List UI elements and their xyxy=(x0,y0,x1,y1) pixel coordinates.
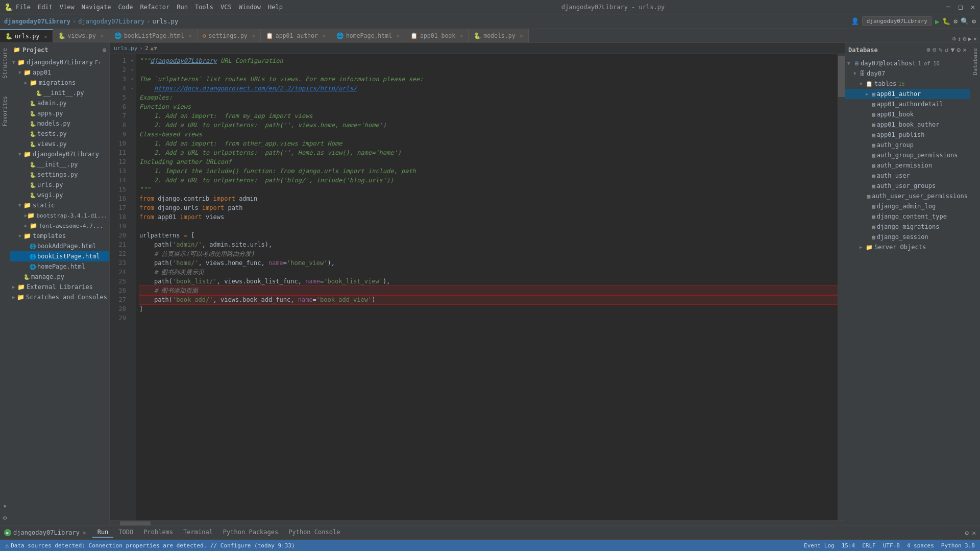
minimap-thumb[interactable] xyxy=(838,56,845,97)
tree-init-dj[interactable]: 🐍 __init__.py xyxy=(10,159,109,170)
breadcrumb-file[interactable]: urls.py xyxy=(153,18,179,25)
menu-tools[interactable]: Tools xyxy=(195,4,213,11)
tree-extlibs[interactable]: ▶ 📁 External Libraries xyxy=(10,282,109,292)
tab-settings-py[interactable]: ⚙ settings.py ✕ xyxy=(198,29,261,42)
ed-bread1[interactable]: urls.py xyxy=(114,45,137,52)
tree-tests[interactable]: 🐍 tests.py xyxy=(10,129,109,139)
tree-static[interactable]: ▼ 📁 static xyxy=(10,200,109,210)
db-tool-icon1[interactable]: ⊕ xyxy=(952,35,956,42)
run-tab-run[interactable]: Run xyxy=(92,528,114,538)
db-tool-more[interactable]: ✕ xyxy=(963,46,967,54)
breadcrumb-dir[interactable]: djangoday07Library xyxy=(78,18,144,25)
menu-vcs[interactable]: VCS xyxy=(220,4,232,11)
nav-search-icon[interactable]: 🔍 xyxy=(961,17,969,25)
nav-more-icon[interactable]: ⚙ xyxy=(972,17,976,25)
db-auth-user-user-perms[interactable]: ▦ auth_user_user_permissions xyxy=(845,191,970,201)
tree-homepage[interactable]: 🌐 homePage.html xyxy=(10,261,109,272)
profile-icon[interactable]: 👤 xyxy=(851,17,859,25)
db-django-migrations[interactable]: ▦ django_migrations xyxy=(845,222,970,232)
hscroll-thumb[interactable] xyxy=(120,521,151,525)
tree-app01[interactable]: ▼ 📁 app01 xyxy=(10,67,109,78)
db-tool-minus[interactable]: ⊖ xyxy=(933,46,937,54)
tab-close[interactable]: ✕ xyxy=(189,33,192,39)
tree-templates[interactable]: ▼ 📁 templates xyxy=(10,231,109,241)
tree-urls[interactable]: 🐍 urls.py xyxy=(10,180,109,190)
menu-code[interactable]: Code xyxy=(118,4,133,11)
run-tab-packages[interactable]: Python Packages xyxy=(218,528,283,538)
db-tool-settings[interactable]: ⚙ xyxy=(957,46,961,54)
menu-help[interactable]: Help xyxy=(268,4,283,11)
nav-debug-icon[interactable]: 🐛 xyxy=(942,17,950,25)
structure-tab-label[interactable]: Structure xyxy=(2,45,8,82)
db-tool-icon2[interactable]: ↕ xyxy=(958,35,961,42)
status-message[interactable]: ⚠ Data sources detected: Connection prop… xyxy=(5,542,295,549)
db-localhost[interactable]: ▼ 🖥 day07@localhost 1 of 10 xyxy=(845,58,970,68)
tree-settings[interactable]: 🐍 settings.py xyxy=(10,170,109,180)
db-server-objects[interactable]: ▶ 📁 Server Objects xyxy=(845,242,970,252)
run-close[interactable]: ✕ xyxy=(83,530,86,536)
db-auth-permission[interactable]: ▦ auth_permission xyxy=(845,160,970,171)
maximize-button[interactable]: □ xyxy=(955,3,964,11)
tree-booklistpage[interactable]: 🌐 bookListPage.html xyxy=(10,251,109,261)
tree-models[interactable]: 🐍 models.py xyxy=(10,118,109,129)
tab-models-py[interactable]: 🐍 models.py ✕ xyxy=(469,29,528,42)
tree-fontawesome[interactable]: ▶ 📁 font-awesome-4.7... xyxy=(10,221,109,231)
status-indent[interactable]: 4 spaces xyxy=(907,542,934,549)
database-side-label[interactable]: Database xyxy=(972,45,978,78)
project-header-tools[interactable]: ⚙ xyxy=(103,46,106,54)
tab-app01-author[interactable]: 📋 app01_author ✕ xyxy=(261,29,331,42)
db-tool-icon4[interactable]: ▶ xyxy=(968,35,972,42)
tab-close[interactable]: ✕ xyxy=(252,33,255,39)
db-tool-refresh[interactable]: ↺ xyxy=(945,46,949,54)
tree-bootstrap[interactable]: ▶ 📁 bootstrap-3.4.1-di... xyxy=(10,210,109,221)
favorites-tab-label[interactable]: Favorites xyxy=(2,93,8,130)
db-app01-publish[interactable]: ▦ app01_publish xyxy=(845,130,970,140)
tree-views[interactable]: 🐍 views.py xyxy=(10,139,109,149)
db-django-session[interactable]: ▦ django_session xyxy=(845,232,970,242)
tree-manage[interactable]: 🐍 manage.py xyxy=(10,272,109,282)
tree-migrations[interactable]: ▶ 📁 migrations xyxy=(10,78,109,88)
db-tool-icon3[interactable]: ⚙ xyxy=(963,35,966,42)
tab-booklistpage-html[interactable]: 🌐 bookListPage.html ✕ xyxy=(109,29,198,42)
menu-edit[interactable]: Edit xyxy=(38,4,53,11)
tab-urls-py[interactable]: 🐍 urls.py ✕ xyxy=(0,29,53,42)
db-auth-group-perms[interactable]: ▦ auth_group_permissions xyxy=(845,150,970,160)
status-position[interactable]: 15:4 xyxy=(842,542,855,549)
left-strip-icon2[interactable]: ⚙ xyxy=(3,514,7,521)
minimize-button[interactable]: ─ xyxy=(943,3,951,11)
run-tool-icon2[interactable]: ✕ xyxy=(972,529,976,537)
run-tab-problems[interactable]: Problems xyxy=(138,528,178,538)
nav-run-icon[interactable]: ▶ xyxy=(935,17,939,26)
menu-view[interactable]: View xyxy=(60,4,75,11)
status-event-log[interactable]: Event Log xyxy=(804,542,835,549)
code-body[interactable]: 1 2 3 4 5 6 7 8 9 10 11 12 13 14 15 16 1… xyxy=(110,54,845,520)
db-day07[interactable]: ▼ 🗄 day07 xyxy=(845,68,970,79)
db-auth-group[interactable]: ▦ auth_group xyxy=(845,140,970,150)
db-auth-user-groups[interactable]: ▦ auth_user_groups xyxy=(845,181,970,191)
tab-close[interactable]: ✕ xyxy=(520,33,523,39)
tab-views-py[interactable]: 🐍 views.py ✕ xyxy=(53,29,109,42)
breadcrumb-project[interactable]: djangoday07Library xyxy=(4,18,70,25)
menu-run[interactable]: Run xyxy=(177,4,188,11)
db-django-content-type[interactable]: ▦ django_content_type xyxy=(845,211,970,222)
db-app01-book-author[interactable]: ▦ app01_book_author xyxy=(845,119,970,130)
tab-close[interactable]: ✕ xyxy=(323,33,326,39)
menu-window[interactable]: Window xyxy=(239,4,261,11)
db-tool-edit[interactable]: ✎ xyxy=(939,46,943,54)
menu-navigate[interactable]: Navigate xyxy=(82,4,111,11)
tree-init-app[interactable]: 🐍 __init__.py xyxy=(10,88,109,98)
tree-apps[interactable]: 🐍 apps.py xyxy=(10,108,109,118)
db-tables[interactable]: ▼ 📋 tables 15 xyxy=(845,79,970,89)
status-line-ending[interactable]: CRLF xyxy=(862,542,876,549)
tab-close[interactable]: ✕ xyxy=(44,34,47,39)
menu-file[interactable]: File xyxy=(16,4,31,11)
code-text[interactable]: """djangoday07Library URL Configuration … xyxy=(136,54,838,520)
menu-refactor[interactable]: Refactor xyxy=(140,4,169,11)
db-auth-user[interactable]: ▦ auth_user xyxy=(845,171,970,181)
db-tool-add[interactable]: ⊕ xyxy=(926,46,930,54)
tree-bookaddpage[interactable]: 🌐 bookAddPage.html xyxy=(10,241,109,251)
tree-scratches[interactable]: ▶ 📁 Scratches and Consoles xyxy=(10,292,109,302)
tab-close[interactable]: ✕ xyxy=(397,33,400,39)
run-tab-todo[interactable]: TODO xyxy=(113,528,138,538)
tab-close[interactable]: ✕ xyxy=(101,33,104,39)
